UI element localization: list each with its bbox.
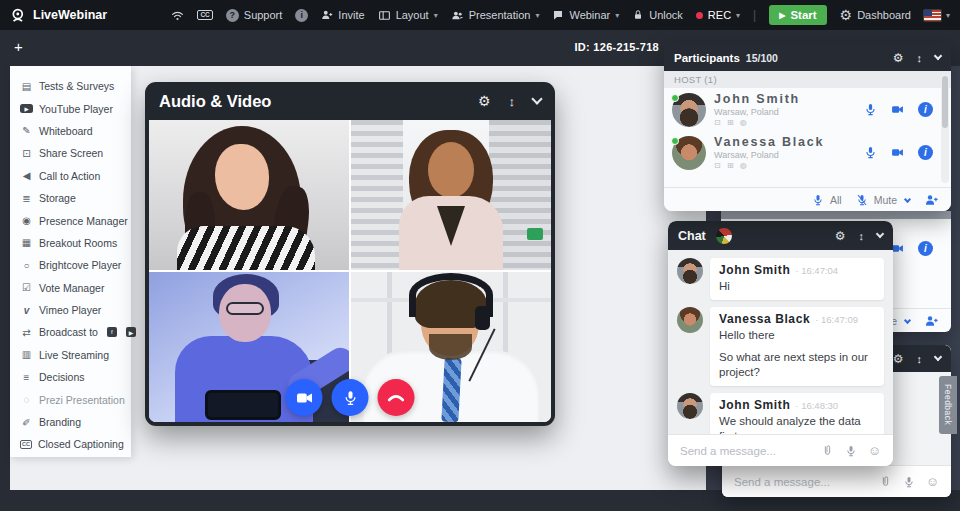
- attachment-icon[interactable]: [821, 444, 834, 457]
- sidebar-item-prezi-presentation[interactable]: ◌Prezi Presentation: [10, 388, 131, 410]
- avatar: [672, 136, 706, 170]
- add-participant-icon[interactable]: [924, 193, 939, 207]
- youtube-icon: ▶: [20, 104, 33, 113]
- chat-message-input[interactable]: [734, 476, 868, 488]
- presentation-menu[interactable]: Presentation ▾: [451, 9, 540, 22]
- panel-top-strip[interactable]: [721, 211, 951, 219]
- resize-icon[interactable]: ↕: [859, 230, 865, 242]
- gear-icon[interactable]: ⚙: [835, 229, 846, 243]
- toolbar-divider: |: [753, 8, 756, 22]
- unmute-all-icon[interactable]: [812, 194, 824, 206]
- all-label[interactable]: All: [830, 194, 842, 206]
- gear-icon[interactable]: ⚙: [893, 352, 904, 366]
- presence-manager-icon: ◉: [20, 215, 33, 226]
- sidebar-item-vimeo-player[interactable]: vVimeo Player: [10, 299, 131, 321]
- sidebar-item-decisions[interactable]: ≡Decisions: [10, 366, 131, 388]
- participant-name: Vanessa Black: [714, 135, 856, 149]
- add-participant-icon[interactable]: [924, 314, 939, 328]
- sidebar-item-whiteboard[interactable]: ✎Whiteboard: [10, 120, 131, 142]
- window-title: Audio & Video: [159, 92, 271, 111]
- message-text: Hi: [719, 279, 875, 294]
- camera-icon[interactable]: [890, 103, 905, 116]
- chevron-down-icon[interactable]: [904, 317, 911, 324]
- language-menu[interactable]: ▾: [924, 10, 950, 21]
- sidebar-item-tests-surveys[interactable]: ▤Tests & Surveys: [10, 75, 131, 97]
- layout-menu[interactable]: Layout ▾: [378, 9, 438, 22]
- participants-footer: All Mute: [664, 187, 951, 211]
- participant-row[interactable]: Vanessa Black Warsaw, Poland ⊡ ⊞ ◍ i: [664, 131, 951, 174]
- emoji-icon[interactable]: ☺: [926, 475, 939, 488]
- chat-header[interactable]: Chat ⚙ ↕: [668, 221, 893, 250]
- participant-row[interactable]: John Smith Warsaw, Poland ⊡ ⊞ ◍ i: [664, 88, 951, 131]
- info-icon[interactable]: i: [918, 241, 933, 256]
- audio-video-header[interactable]: Audio & Video ⚙ ↕: [149, 82, 551, 120]
- sidebar-item-closed-captioning[interactable]: CCClosed Captioning: [10, 433, 131, 455]
- sidebar-item-storage[interactable]: ≣Storage: [10, 187, 131, 209]
- sidebar-item-presence-manager[interactable]: ◉Presence Manager: [10, 209, 131, 231]
- chevron-down-icon[interactable]: [876, 229, 884, 237]
- info-icon[interactable]: i: [918, 145, 933, 160]
- start-button[interactable]: ▶ Start: [769, 5, 826, 25]
- dashboard-button[interactable]: ⚙ Dashboard: [840, 7, 911, 23]
- voice-message-icon[interactable]: [903, 476, 915, 488]
- participants-header[interactable]: Participants 15/100 ⚙ ↕: [664, 44, 951, 71]
- sidebar-item-call-to-action[interactable]: ◀Call to Action: [10, 165, 131, 187]
- webinar-menu[interactable]: Webinar ▾: [552, 9, 619, 21]
- info-icon[interactable]: i: [918, 102, 933, 117]
- sidebar-item-share-screen[interactable]: ⊡Share Screen: [10, 142, 131, 164]
- chevron-down-icon[interactable]: [904, 196, 911, 203]
- participant-name: John Smith: [714, 92, 856, 106]
- camera-icon[interactable]: [890, 146, 905, 159]
- chevron-down-icon[interactable]: [934, 352, 942, 360]
- mute-icon[interactable]: [856, 194, 868, 206]
- question-icon: ?: [226, 9, 239, 22]
- chevron-down-icon[interactable]: [934, 51, 942, 59]
- message-author: Vanessa Black: [719, 312, 810, 326]
- sidebar-item-branding[interactable]: ✐Branding: [10, 411, 131, 433]
- resize-icon[interactable]: ↕: [917, 353, 923, 365]
- closed-caption-icon[interactable]: CC: [197, 10, 212, 21]
- camera-button[interactable]: [286, 379, 323, 416]
- sidebar-item-brightcove-player[interactable]: ○Brightcove Player: [10, 254, 131, 276]
- prezi-icon: ◌: [20, 394, 33, 405]
- sidebar-item-breakout-rooms[interactable]: ▦Breakout Rooms: [10, 232, 131, 254]
- rec-menu[interactable]: REC ▾: [696, 9, 740, 21]
- gear-icon[interactable]: ⚙: [893, 51, 904, 65]
- top-toolbar: LiveWebinar CC ? Support i Invite Layout…: [0, 0, 960, 30]
- hangup-button[interactable]: [378, 379, 415, 416]
- emoji-icon[interactable]: ☺: [868, 444, 881, 457]
- support-button[interactable]: ? Support: [226, 9, 283, 22]
- add-tab-button[interactable]: +: [14, 38, 23, 55]
- sidebar-item-youtube-player[interactable]: ▶YouTube Player: [10, 97, 131, 119]
- device-icons: ⊡ ⊞ ◍: [714, 118, 856, 127]
- participants-count: 15/100: [746, 52, 778, 64]
- invite-button[interactable]: Invite: [321, 9, 364, 21]
- gear-icon[interactable]: ⚙: [478, 93, 491, 109]
- brightcove-icon: ○: [20, 260, 33, 271]
- scrollbar-thumb[interactable]: [942, 76, 948, 128]
- translation-language-icon[interactable]: [716, 228, 732, 244]
- resize-icon[interactable]: ↕: [509, 94, 516, 109]
- mic-icon[interactable]: [864, 146, 877, 159]
- scrollbar[interactable]: [941, 74, 949, 183]
- top-nav: CC ? Support i Invite Layout ▾ Presentat…: [171, 5, 950, 25]
- sidebar-item-broadcast-to[interactable]: ⇄ Broadcast to f ▶ v: [10, 321, 131, 343]
- info-icon[interactable]: i: [295, 9, 308, 22]
- chevron-down-icon[interactable]: [531, 93, 542, 104]
- connection-wifi-icon[interactable]: [171, 9, 184, 22]
- video-feed-2[interactable]: [351, 120, 551, 270]
- resize-icon[interactable]: ↕: [917, 52, 923, 64]
- mute-label[interactable]: Mute: [874, 194, 897, 206]
- online-status-dot: [671, 137, 679, 145]
- video-feed-1[interactable]: [149, 120, 349, 270]
- feedback-tab[interactable]: Feedback: [939, 376, 957, 434]
- voice-message-icon[interactable]: [845, 445, 857, 457]
- unlock-button[interactable]: Unlock: [632, 9, 683, 21]
- mic-icon[interactable]: [864, 103, 877, 116]
- attachment-icon[interactable]: [879, 475, 892, 488]
- chat-message-input[interactable]: [680, 445, 810, 457]
- storage-icon: ≣: [20, 193, 33, 204]
- sidebar-item-vote-manager[interactable]: ☑Vote Manager: [10, 277, 131, 299]
- mic-button[interactable]: [332, 379, 369, 416]
- sidebar-item-live-streaming[interactable]: ▥Live Streaming: [10, 344, 131, 366]
